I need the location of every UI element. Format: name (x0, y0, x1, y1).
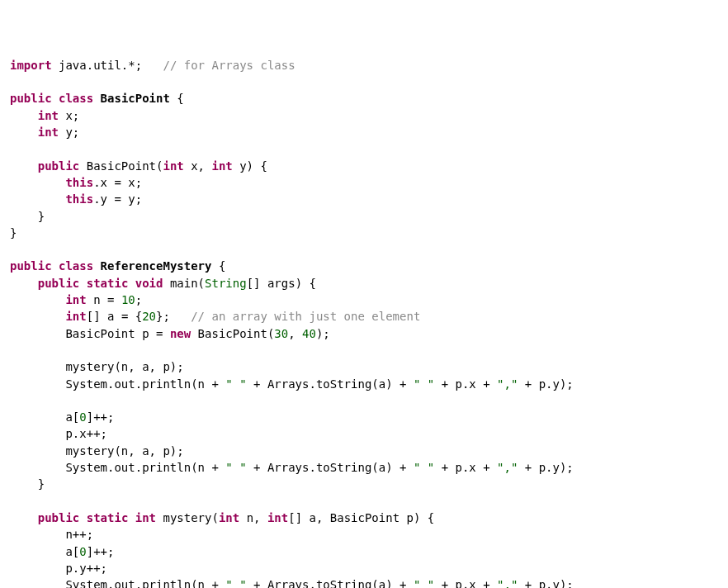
code-token: .x = x; (93, 176, 142, 189)
code-token: n++; (65, 528, 93, 541)
code-token: String (205, 277, 247, 290)
code-token: "," (497, 461, 518, 474)
code-token: y; (59, 126, 79, 139)
code-token: BasicPoint p = (65, 327, 169, 340)
code-line: } (10, 476, 718, 492)
code-token: 40 (302, 327, 316, 340)
code-token: // for Arrays class (163, 59, 295, 72)
code-line: int y; (10, 124, 718, 140)
code-token: static (87, 511, 129, 524)
code-line: public BasicPoint(int x, int y) { (10, 158, 718, 174)
code-token (52, 259, 59, 273)
code-token: { (170, 92, 184, 105)
code-token: + p.x + (434, 461, 497, 474)
code-token (128, 511, 135, 524)
code-line: import java.util.*; // for Arrays class (10, 57, 718, 74)
code-token: public (38, 159, 80, 173)
code-token: int (163, 159, 183, 173)
code-line: mystery(n, a, p); (10, 443, 718, 459)
code-token: x; (59, 109, 79, 122)
code-token: } (38, 477, 45, 491)
code-token: [] a = { (87, 310, 142, 323)
code-token: + Arrays.toString(a) + (247, 461, 414, 474)
code-token: int (65, 310, 86, 323)
code-token: n, (239, 511, 267, 524)
code-token: System.out.println(n + (65, 377, 225, 391)
code-block: import java.util.*; // for Arrays class … (10, 57, 718, 588)
code-line (10, 74, 718, 90)
code-line: System.out.println(n + " " + Arrays.toSt… (10, 576, 718, 588)
code-token: + p.y); (518, 461, 573, 474)
code-token: " " (225, 578, 246, 588)
code-line: System.out.println(n + " " + Arrays.toSt… (10, 376, 718, 392)
code-token: + p.x + (434, 377, 497, 391)
code-token: public (10, 259, 52, 273)
code-token: mystery( (156, 511, 219, 524)
code-token: static (87, 277, 129, 290)
code-token: import (10, 59, 52, 72)
code-token: 10 (121, 293, 135, 306)
code-token: n = (87, 293, 121, 306)
code-line: a[0]++; (10, 409, 718, 425)
code-token: int (211, 159, 232, 173)
code-token: 30 (274, 327, 288, 340)
code-token: this (65, 192, 93, 206)
code-token: * (128, 59, 135, 72)
code-token: public (38, 277, 80, 290)
code-token: 20 (142, 310, 156, 323)
code-token: ]++; (87, 410, 115, 424)
code-token: " " (225, 377, 246, 391)
code-token: ReferenceMystery (101, 259, 212, 273)
code-line: this.x = x; (10, 174, 718, 191)
code-token: + Arrays.toString(a) + (247, 377, 414, 391)
code-line: int x; (10, 107, 718, 124)
code-line (10, 342, 718, 358)
code-token: + p.x + (434, 578, 497, 588)
code-line (10, 241, 718, 258)
code-token: ; (135, 59, 142, 72)
code-token: [] args) { (247, 277, 316, 290)
code-token: , (288, 327, 302, 340)
code-line: public static int mystery(int n, int[] a… (10, 510, 718, 526)
code-token: ]++; (87, 545, 115, 558)
code-line: int n = 10; (10, 292, 718, 308)
code-token: // an array with just one element (191, 310, 420, 323)
code-token: a[ (65, 410, 79, 424)
code-token: int (219, 511, 239, 524)
code-token: int (38, 109, 59, 122)
code-token: this (65, 176, 93, 189)
code-line: a[0]++; (10, 543, 718, 560)
code-token: System.out.println(n + (65, 461, 225, 474)
code-token: new (170, 327, 191, 340)
code-line: this.y = y; (10, 191, 718, 207)
code-token: int (135, 511, 156, 524)
code-token: class (59, 259, 93, 273)
code-token: mystery(n, a, p); (65, 444, 183, 458)
code-line: BasicPoint p = new BasicPoint(30, 40); (10, 325, 718, 342)
code-token: + p.y); (518, 578, 573, 588)
code-token: [] a, BasicPoint p) { (288, 511, 434, 524)
code-token: { (211, 259, 225, 273)
code-token: int (267, 511, 288, 524)
code-token: + p.y); (518, 377, 573, 391)
code-line: } (10, 225, 718, 241)
code-token: "," (497, 377, 518, 391)
code-line: public class ReferenceMystery { (10, 258, 718, 274)
code-token: " " (414, 578, 434, 588)
code-token: p.y++; (65, 562, 107, 575)
code-token (79, 511, 86, 524)
code-token: void (135, 277, 163, 290)
code-line: p.x++; (10, 425, 718, 442)
code-line: n++; (10, 526, 718, 543)
code-token (52, 92, 59, 105)
code-token: class (59, 92, 93, 105)
code-token: main( (163, 277, 205, 290)
code-token: "," (497, 578, 518, 588)
code-token: System.out.println(n + (65, 578, 225, 588)
code-token: .y = y; (93, 192, 142, 206)
code-line: public static void main(String[] args) { (10, 275, 718, 292)
code-line: p.y++; (10, 560, 718, 576)
code-token: } (38, 210, 45, 223)
code-token: } (10, 226, 17, 239)
code-token: BasicPoint (101, 92, 170, 105)
